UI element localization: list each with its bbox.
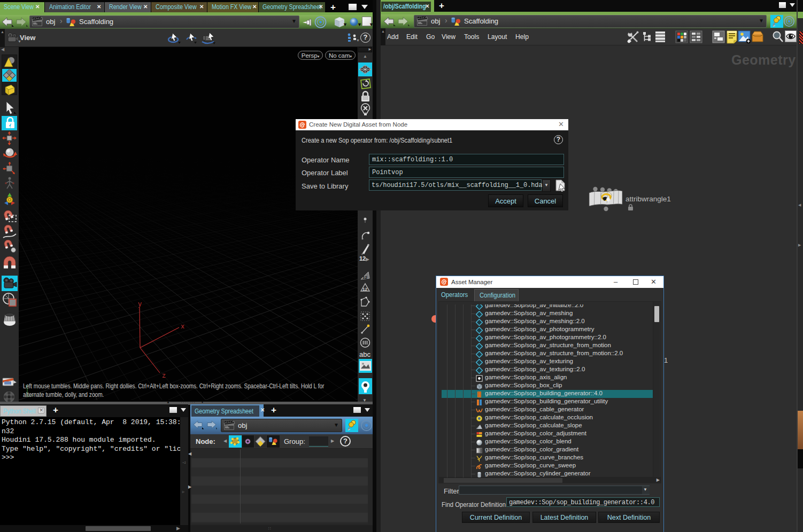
svg-text:y: y xyxy=(138,301,142,308)
svg-text:x: x xyxy=(181,323,184,331)
svg-text:12: 12 xyxy=(362,287,367,292)
svg-text:12: 12 xyxy=(362,275,367,280)
svg-text:z: z xyxy=(162,372,166,378)
